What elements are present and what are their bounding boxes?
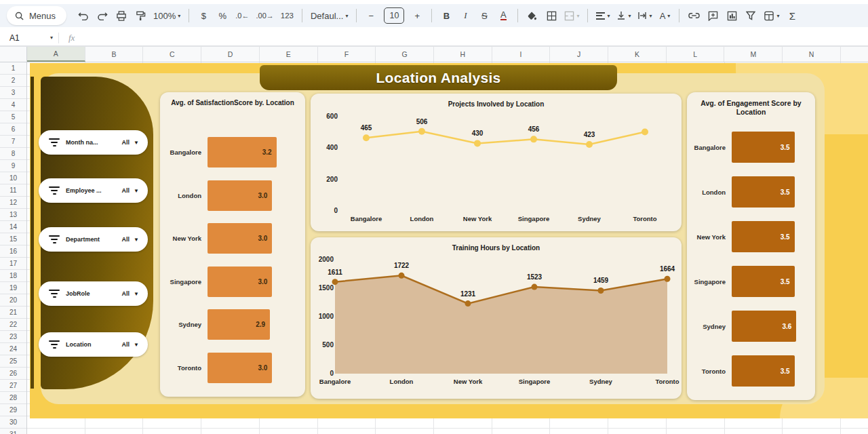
percent-format-button[interactable]: % <box>214 7 231 24</box>
svg-text:1523: 1523 <box>527 273 542 281</box>
svg-text:Singapore: Singapore <box>518 215 549 222</box>
font-size-input[interactable]: 10 <box>384 7 404 24</box>
row-header-27[interactable]: 27 <box>0 380 26 392</box>
column-header-G[interactable]: G <box>376 47 434 62</box>
row-header-14[interactable]: 14 <box>0 221 26 233</box>
increase-font-size-button[interactable]: + <box>408 7 426 24</box>
row-header-20[interactable]: 20 <box>0 294 26 307</box>
column-header-N[interactable]: N <box>783 47 841 62</box>
borders-button[interactable] <box>542 7 560 24</box>
row-header-1[interactable]: 1 <box>0 62 26 75</box>
decrease-decimal-button[interactable]: .0← <box>233 7 252 24</box>
row-header-21[interactable]: 21 <box>0 307 26 319</box>
row-header-28[interactable]: 28 <box>0 392 26 404</box>
row-header-31[interactable]: 31 <box>0 429 26 434</box>
column-header-M[interactable]: M <box>724 47 783 62</box>
column-header-C[interactable]: C <box>143 47 201 62</box>
chevron-down-icon: ▼ <box>134 291 139 297</box>
vertical-align-button[interactable]: ▾ <box>614 7 633 24</box>
row-header-15[interactable]: 15 <box>0 233 26 245</box>
row-header-19[interactable]: 19 <box>0 282 26 294</box>
engagement-score-chart[interactable]: Avg. of Engagement Score by Location Ban… <box>687 92 815 400</box>
row-header-23[interactable]: 23 <box>0 331 26 343</box>
horizontal-align-button[interactable]: ▾ <box>593 7 612 24</box>
column-header-J[interactable]: J <box>550 47 608 62</box>
filter-employee[interactable]: Employee ... All ▼ <box>39 178 148 203</box>
strikethrough-button[interactable]: S <box>475 7 493 24</box>
font-select[interactable]: Defaul... ▾ <box>308 7 351 24</box>
filter-value: All <box>122 139 130 146</box>
svg-text:London: London <box>410 215 434 222</box>
training-hours-chart[interactable]: 2000150010005000BangaloreLondonNew YorkS… <box>311 237 682 399</box>
menus-search[interactable]: Menus <box>7 6 66 25</box>
decrease-font-size-button[interactable]: − <box>362 7 380 24</box>
filter-month[interactable]: Month na... All ▼ <box>39 130 148 155</box>
text-rotation-button[interactable]: A ▾ <box>656 7 673 24</box>
column-header-I[interactable]: I <box>492 47 551 62</box>
bar-row-sydney: Sydney3.6 <box>690 304 798 349</box>
row-header-24[interactable]: 24 <box>0 343 26 355</box>
row-header-3[interactable]: 3 <box>0 87 26 99</box>
row-header-17[interactable]: 17 <box>0 258 26 270</box>
bar-category-label: Bangalore <box>690 144 732 151</box>
row-header-7[interactable]: 7 <box>0 136 26 148</box>
row-header-30[interactable]: 30 <box>0 416 26 429</box>
row-header-26[interactable]: 26 <box>0 368 26 380</box>
insert-link-button[interactable] <box>685 7 703 24</box>
align-left-icon <box>596 12 605 20</box>
column-header-D[interactable]: D <box>201 47 260 62</box>
italic-button[interactable]: I <box>456 7 474 24</box>
row-header-6[interactable]: 6 <box>0 123 26 136</box>
row-header-11[interactable]: 11 <box>0 184 26 197</box>
row-header-18[interactable]: 18 <box>0 270 26 282</box>
increase-decimal-button[interactable]: .00→ <box>253 7 276 24</box>
insert-comment-button[interactable] <box>704 7 722 24</box>
bold-button[interactable]: B <box>437 7 455 24</box>
filter-jobrole[interactable]: JobRole All ▼ <box>39 281 148 306</box>
filter-value: All <box>122 341 130 348</box>
fill-color-button[interactable] <box>524 7 541 24</box>
row-header-25[interactable]: 25 <box>0 355 26 368</box>
insert-chart-button[interactable] <box>723 7 741 24</box>
row-header-9[interactable]: 9 <box>0 160 26 172</box>
merge-cells-button[interactable]: ▾ <box>561 7 582 24</box>
row-header-5[interactable]: 5 <box>0 111 26 123</box>
row-header-12[interactable]: 12 <box>0 197 26 209</box>
redo-button[interactable] <box>94 7 111 24</box>
number-format-button[interactable]: 123 <box>278 7 296 24</box>
currency-format-button[interactable]: $ <box>195 7 212 24</box>
text-color-button[interactable]: A <box>494 7 512 24</box>
row-header-13[interactable]: 13 <box>0 209 26 221</box>
functions-button[interactable]: Σ <box>783 7 801 24</box>
print-button[interactable] <box>113 7 130 24</box>
chevron-down-icon: ▼ <box>134 140 139 146</box>
cell-name-box[interactable]: A1 ▾ <box>0 33 58 43</box>
paint-format-button[interactable] <box>132 7 149 24</box>
column-header-B[interactable]: B <box>85 47 144 62</box>
create-filter-button[interactable] <box>742 7 760 24</box>
filter-department[interactable]: Department All ▼ <box>39 227 148 252</box>
column-header-L[interactable]: L <box>667 47 725 62</box>
select-all-corner[interactable] <box>0 47 27 62</box>
projects-involved-chart[interactable]: 6004002000BangaloreLondonNew YorkSingapo… <box>311 94 682 231</box>
row-header-29[interactable]: 29 <box>0 404 26 416</box>
filter-location[interactable]: Location All ▼ <box>39 332 148 357</box>
row-header-2[interactable]: 2 <box>0 75 26 87</box>
column-header-H[interactable]: H <box>434 47 492 62</box>
satisfaction-score-chart[interactable]: Avg. of SatisfactionScore by. Location B… <box>160 92 305 397</box>
row-header-8[interactable]: 8 <box>0 148 26 160</box>
dashboard-title: Location Analysis <box>260 65 617 90</box>
column-header-K[interactable]: K <box>608 47 667 62</box>
bar-track: 3.2 <box>208 137 281 167</box>
text-wrap-button[interactable]: ▾ <box>635 7 654 24</box>
column-header-A[interactable]: A <box>27 47 85 62</box>
table-views-button[interactable]: ▾ <box>761 7 782 24</box>
row-header-4[interactable]: 4 <box>0 99 26 111</box>
column-header-E[interactable]: E <box>260 47 318 62</box>
row-header-10[interactable]: 10 <box>0 172 26 184</box>
zoom-select[interactable]: 100% ▾ <box>151 7 183 24</box>
row-header-22[interactable]: 22 <box>0 319 26 331</box>
row-header-16[interactable]: 16 <box>0 245 26 258</box>
column-header-F[interactable]: F <box>318 47 376 62</box>
undo-button[interactable] <box>75 7 92 24</box>
